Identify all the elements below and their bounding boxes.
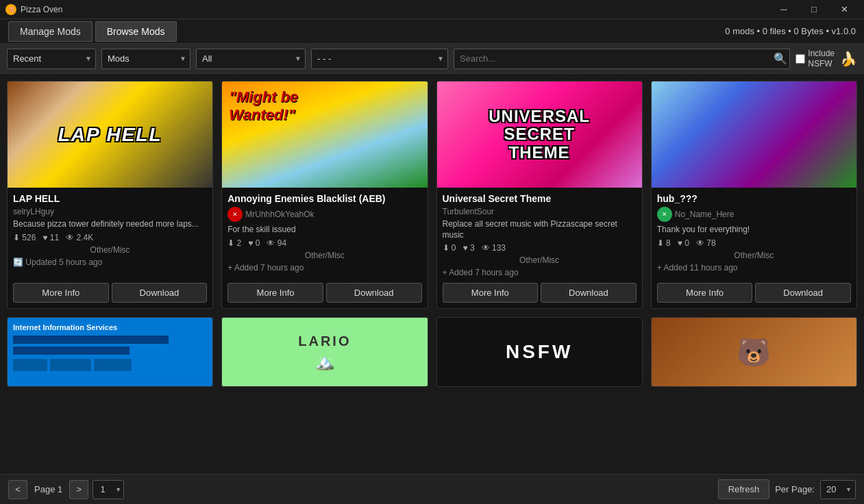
prev-page-button[interactable]: < xyxy=(8,480,27,499)
mod-thumbnail-lap-hell: LAP HELL xyxy=(8,81,212,188)
mod-card-creature: 🐻 xyxy=(651,317,857,387)
mod-card-lario: LARIO 🏔️ xyxy=(221,317,428,387)
maximize-button[interactable]: □ xyxy=(800,0,828,19)
view-count-ust: 👁 133 xyxy=(482,243,506,253)
menu-info: 0 mods • 0 files • 0 Bytes • v1.0.0 xyxy=(725,26,856,36)
mod-card-hub: hub_??? ✕ No_Name_Here Thank you for eve… xyxy=(651,81,857,309)
mod-thumbnail-ust: UNIVERSALSECRETTHEME xyxy=(437,81,642,188)
type-select[interactable]: Mods All xyxy=(101,49,190,69)
mod-buttons-hub: More Info Download xyxy=(652,283,856,308)
mod-thumbnail-aeb: "Might beWanted!" xyxy=(222,81,427,188)
mod-title-aeb: Annoying Enemies Blacklist (AEB) xyxy=(227,193,421,204)
mod-info-hub: hub_??? ✕ No_Name_Here Thank you for eve… xyxy=(652,188,856,283)
nsfw-label: Include NSFW xyxy=(808,49,835,68)
mod-info-lap-hell: LAP HELL selryLHguy Because pizza tower … xyxy=(8,188,212,283)
page-label: Page 1 xyxy=(32,484,65,494)
mod-stats-aeb: ⬇ 2 ♥ 0 👁 94 xyxy=(227,238,421,248)
mod-title-ust: Universal Secret Theme xyxy=(443,193,637,204)
mod-card-ust: UNIVERSALSECRETTHEME Universal Secret Th… xyxy=(436,81,643,309)
minimize-button[interactable]: ─ xyxy=(769,0,798,19)
tab-manage-mods[interactable]: Manage Mods xyxy=(8,21,92,42)
title-bar-controls: ─ □ ✕ xyxy=(769,0,859,19)
mod-title-lap-hell: LAP HELL xyxy=(13,193,207,204)
per-page-select[interactable]: 20 10 50 100 xyxy=(820,480,856,499)
mod-stats-lap-hell: ⬇ 526 ♥ 11 👁 2.4K xyxy=(13,233,207,242)
download-button-ust[interactable]: Download xyxy=(541,283,637,303)
banana-icon[interactable]: 🍌 xyxy=(840,51,857,67)
more-info-button-ust[interactable]: More Info xyxy=(443,283,539,303)
mod-thumbnail-lario: LARIO 🏔️ xyxy=(222,318,427,386)
type-select-wrapper: Mods All ▼ xyxy=(101,49,190,69)
pagination: < Page 1 > ▼ xyxy=(8,480,124,499)
title-bar: 🍕 Pizza Oven ─ □ ✕ xyxy=(0,0,864,19)
like-count-ust: ♥ 3 xyxy=(463,243,475,253)
refresh-button[interactable]: Refresh xyxy=(718,479,770,499)
download-count-ust: ⬇ 0 xyxy=(443,243,456,253)
mod-thumbnail-nsfw: NSFW xyxy=(437,318,642,386)
download-button-lap-hell[interactable]: Download xyxy=(112,283,208,303)
mod-card-lap-hell: LAP HELL LAP HELL selryLHguy Because piz… xyxy=(7,81,213,309)
mod-date-ust: + Added 7 hours ago xyxy=(443,268,637,277)
page-input-wrapper: ▼ xyxy=(92,480,124,499)
mod-buttons-lap-hell: More Info Download xyxy=(8,283,212,308)
mod-card-nsfw: NSFW xyxy=(436,317,643,387)
like-count-aeb: ♥ 0 xyxy=(248,238,260,248)
search-button[interactable]: 🔍 xyxy=(774,52,787,65)
mod-description-lap-hell: Because pizza tower definitely needed mo… xyxy=(13,219,207,230)
per-page-label: Per Page: xyxy=(775,484,815,494)
close-button[interactable]: ✕ xyxy=(830,0,859,19)
mod-description-ust: Replace all secret music with Pizzascape… xyxy=(443,219,637,240)
download-button-aeb[interactable]: Download xyxy=(326,283,422,303)
view-count-hub: 👁 78 xyxy=(696,238,716,248)
mod-author-ust: TurbulentSour xyxy=(443,207,637,216)
like-count-hub: ♥ 0 xyxy=(678,238,689,248)
mod-thumbnail-hub xyxy=(652,81,856,188)
filter-bar: Recent Popular Newest Oldest ▼ Mods All … xyxy=(0,44,864,74)
download-count-hub: ⬇ 8 xyxy=(657,238,671,248)
mod-date-aeb: + Added 7 hours ago xyxy=(227,263,421,273)
menu-tabs: Manage Mods Browse Mods xyxy=(8,21,177,42)
view-count-aeb: 👁 94 xyxy=(267,238,286,248)
more-info-button-hub[interactable]: More Info xyxy=(657,283,753,303)
search-wrapper: 🔍 xyxy=(454,49,790,69)
title-bar-left: 🍕 Pizza Oven xyxy=(5,4,62,15)
author-avatar-aeb: ✕ xyxy=(227,207,243,222)
mod-author-hub: ✕ No_Name_Here xyxy=(657,207,851,222)
mod-author-aeb: ✕ MrUhhhOkYeahOk xyxy=(227,207,421,222)
search-input[interactable] xyxy=(454,49,790,69)
mod-description-hub: Thank you for everything! xyxy=(657,225,851,236)
nsfw-wrapper: Include NSFW xyxy=(795,49,835,68)
next-page-button[interactable]: > xyxy=(69,480,88,499)
more-info-button-lap-hell[interactable]: More Info xyxy=(13,283,109,303)
mod-thumbnail-iis: Internet Information Services xyxy=(8,318,212,386)
mod-category-ust: Other/Misc xyxy=(443,255,637,265)
category-select[interactable]: All Gameplay Audio Visual xyxy=(196,49,306,69)
right-controls: Refresh Per Page: 20 10 50 100 ▼ xyxy=(718,479,856,499)
mod-buttons-aeb: More Info Download xyxy=(222,283,427,308)
like-count-lap-hell: ♥ 11 xyxy=(42,233,59,242)
mod-grid: LAP HELL LAP HELL selryLHguy Because piz… xyxy=(0,74,864,474)
download-button-hub[interactable]: Download xyxy=(755,283,851,303)
nsfw-checkbox[interactable] xyxy=(795,54,805,64)
mod-thumbnail-creature: 🐻 xyxy=(652,318,856,386)
mod-category-aeb: Other/Misc xyxy=(227,251,421,260)
sort-select[interactable]: Recent Popular Newest Oldest xyxy=(7,49,96,69)
view-count-lap-hell: 👁 2.4K xyxy=(66,233,93,242)
mod-title-hub: hub_??? xyxy=(657,193,851,204)
sort-select-wrapper: Recent Popular Newest Oldest ▼ xyxy=(7,49,96,69)
mod-stats-hub: ⬇ 8 ♥ 0 👁 78 xyxy=(657,238,851,248)
app-title: Pizza Oven xyxy=(21,5,62,14)
mod-author-lap-hell: selryLHguy xyxy=(13,207,207,216)
mod-stats-ust: ⬇ 0 ♥ 3 👁 133 xyxy=(443,243,637,253)
mod-description-aeb: For the skill issued xyxy=(227,225,421,236)
subcategory-select[interactable]: - - - xyxy=(311,49,448,69)
mod-info-ust: Universal Secret Theme TurbulentSour Rep… xyxy=(437,188,642,283)
mod-category-hub: Other/Misc xyxy=(657,251,851,260)
mod-date-hub: + Added 11 hours ago xyxy=(657,263,851,273)
mod-card-aeb: "Might beWanted!" Annoying Enemies Black… xyxy=(221,81,428,309)
more-info-button-aeb[interactable]: More Info xyxy=(227,283,323,303)
per-page-select-wrapper: 20 10 50 100 ▼ xyxy=(820,480,856,499)
page-number-input[interactable] xyxy=(92,480,124,499)
menu-bar: Manage Mods Browse Mods 0 mods • 0 files… xyxy=(0,19,864,44)
tab-browse-mods[interactable]: Browse Mods xyxy=(95,21,177,42)
